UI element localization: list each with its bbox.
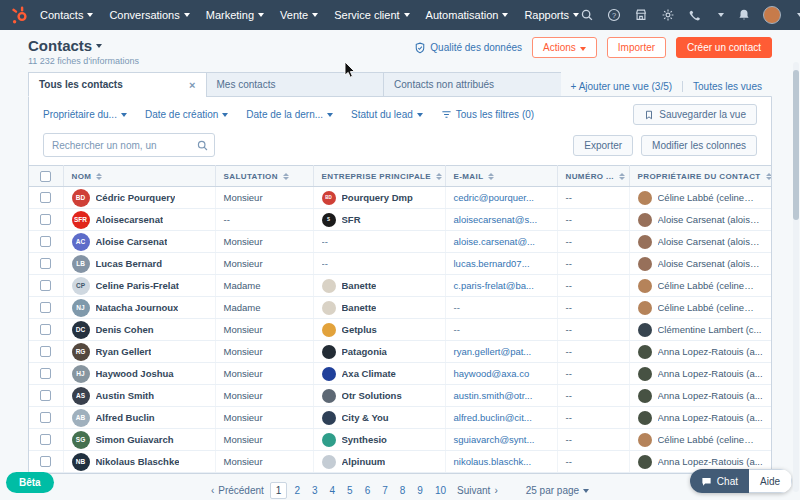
sort-icon[interactable] — [96, 173, 102, 180]
sort-icon[interactable] — [619, 173, 625, 180]
search-icon[interactable] — [579, 8, 594, 23]
contact-name-link[interactable]: Cédric Pourquery — [96, 192, 176, 203]
all-views-link[interactable]: Toutes les vues — [682, 81, 772, 92]
beta-badge[interactable]: Bêta — [6, 472, 54, 493]
row-checkbox[interactable] — [40, 324, 51, 335]
row-checkbox[interactable] — [40, 258, 51, 269]
page-button[interactable]: 5 — [342, 483, 358, 498]
company-link[interactable]: -- — [322, 258, 328, 269]
notifications-bell-icon[interactable] — [736, 8, 751, 23]
marketplace-icon[interactable] — [633, 8, 648, 23]
row-checkbox[interactable] — [40, 214, 51, 225]
row-checkbox[interactable] — [40, 192, 51, 203]
table-row[interactable]: NJNatacha Journoux Madame Banette -- -- … — [29, 297, 771, 319]
email-link[interactable]: -- — [454, 302, 460, 313]
email-link[interactable]: haywood@axa.co — [454, 368, 530, 379]
help-icon[interactable]: ? — [606, 8, 621, 23]
sort-icon[interactable] — [283, 173, 289, 180]
close-tab-icon[interactable]: × — [189, 79, 195, 91]
email-link[interactable]: cedric@pourquer... — [454, 192, 534, 203]
email-link[interactable]: alfred.buclin@cit... — [454, 412, 532, 423]
contact-name-link[interactable]: Nikolaus Blaschke — [96, 456, 180, 467]
table-row[interactable]: BDCédric Pourquery Monsieur BDPourquery … — [29, 187, 771, 209]
email-link[interactable]: ryan.gellert@pat... — [454, 346, 532, 357]
email-link[interactable]: austin.smith@otr... — [454, 390, 533, 401]
all-filters-link[interactable]: Tous les filtres (0) — [441, 109, 534, 120]
contact-name-link[interactable]: Simon Guiavarch — [96, 434, 174, 445]
row-checkbox[interactable] — [40, 236, 51, 247]
filter-last-activity[interactable]: Date de la dern... — [246, 109, 333, 120]
contact-name-link[interactable]: Haywood Joshua — [96, 368, 174, 379]
nav-conversations[interactable]: Conversations — [109, 9, 189, 21]
table-row[interactable]: ASAustin Smith Monsieur Otr Solutions au… — [29, 385, 771, 407]
call-icon[interactable] — [687, 8, 702, 23]
hubspot-logo-icon[interactable] — [10, 5, 30, 25]
company-link[interactable]: Synthesio — [342, 434, 387, 445]
company-link[interactable]: Otr Solutions — [342, 390, 402, 401]
contact-name-link[interactable]: Celine Paris-Frelat — [96, 280, 179, 291]
row-checkbox[interactable] — [40, 368, 51, 379]
page-button[interactable]: 7 — [377, 483, 393, 498]
table-row[interactable]: SGSimon Guiavarch Monsieur Synthesio sgu… — [29, 429, 771, 451]
company-link[interactable]: Banette — [342, 302, 377, 313]
contact-name-link[interactable]: Alfred Buclin — [96, 412, 155, 423]
contact-name-link[interactable]: Aloisecarsenat — [96, 214, 164, 225]
nav-service-client[interactable]: Service client — [334, 9, 409, 21]
email-link[interactable]: aloise.carsenat@... — [454, 236, 535, 247]
contact-name-link[interactable]: Ryan Gellert — [96, 346, 152, 357]
chat-button[interactable]: Chat — [690, 469, 749, 493]
page-title-dropdown[interactable]: Contacts — [28, 37, 139, 54]
email-link[interactable]: -- — [454, 324, 460, 335]
table-row[interactable]: CPCeline Paris-Frelat Madame Banette c.p… — [29, 275, 771, 297]
vertical-scrollbar[interactable] — [793, 62, 799, 492]
row-checkbox[interactable] — [40, 280, 51, 291]
contact-name-link[interactable]: Aloise Carsenat — [96, 236, 168, 247]
add-view-link[interactable]: + Ajouter une vue (3/5) — [561, 81, 682, 92]
actions-button[interactable]: Actions — [532, 37, 597, 58]
nav-vente[interactable]: Vente — [280, 9, 318, 21]
page-button[interactable]: 10 — [430, 483, 451, 498]
previous-page-button[interactable]: ‹ Précédent — [211, 485, 264, 496]
table-row[interactable]: SFRAloisecarsenat -- SSFR aloisecarsenat… — [29, 209, 771, 231]
search-input[interactable] — [43, 133, 215, 157]
row-checkbox[interactable] — [40, 456, 51, 467]
column-header-email[interactable]: E-MAIL — [445, 166, 557, 187]
scrollbar-thumb[interactable] — [793, 70, 799, 220]
filter-create-date[interactable]: Date de création — [145, 109, 228, 120]
filter-owner[interactable]: Propriétaire du... — [43, 109, 127, 120]
company-link[interactable]: Alpinuum — [342, 456, 386, 467]
row-checkbox[interactable] — [40, 346, 51, 357]
settings-gear-icon[interactable] — [660, 8, 675, 23]
tab-contacts-non-attribues[interactable]: Contacts non attribués — [383, 72, 561, 97]
edit-columns-button[interactable]: Modifier les colonnes — [641, 135, 757, 156]
company-link[interactable]: Patagonia — [342, 346, 387, 357]
column-header-numero[interactable]: NUMÉRO ... — [557, 166, 629, 187]
page-button[interactable]: 4 — [325, 483, 341, 498]
tab-mes-contacts[interactable]: Mes contacts — [206, 72, 384, 97]
account-avatar[interactable] — [763, 6, 781, 24]
import-button[interactable]: Importer — [607, 37, 666, 58]
page-button[interactable]: 1 — [270, 482, 288, 499]
table-row[interactable]: LBLucas Bernard Monsieur -- lucas.bernar… — [29, 253, 771, 275]
sort-icon[interactable] — [766, 173, 771, 180]
nav-automatisation[interactable]: Automatisation — [426, 9, 509, 21]
contact-name-link[interactable]: Denis Cohen — [96, 324, 154, 335]
page-button[interactable]: 9 — [412, 483, 428, 498]
table-row[interactable]: NBNikolaus Blaschke Monsieur Alpinuum ni… — [29, 451, 771, 473]
nav-contacts[interactable]: Contacts — [40, 9, 93, 21]
sort-icon[interactable] — [488, 173, 494, 180]
sort-icon[interactable] — [436, 173, 442, 180]
table-row[interactable]: HJHaywood Joshua Monsieur Axa Climate ha… — [29, 363, 771, 385]
column-header-salutation[interactable]: SALUTATION — [215, 166, 313, 187]
row-checkbox[interactable] — [40, 434, 51, 445]
filter-lead-status[interactable]: Statut du lead — [351, 109, 423, 120]
save-view-button[interactable]: Sauvegarder la vue — [633, 104, 757, 125]
company-link[interactable]: Pourquery Dmp — [342, 192, 413, 203]
email-link[interactable]: aloisecarsenat@s... — [454, 214, 538, 225]
email-link[interactable]: nikolaus.blaschk... — [454, 456, 532, 467]
column-header-proprietaire[interactable]: PROPRIÉTAIRE DU CONTACT — [629, 166, 771, 187]
company-link[interactable]: -- — [322, 236, 328, 247]
next-page-button[interactable]: Suivant › — [457, 485, 498, 496]
help-button[interactable]: Aide — [749, 469, 792, 493]
contact-name-link[interactable]: Lucas Bernard — [96, 258, 163, 269]
